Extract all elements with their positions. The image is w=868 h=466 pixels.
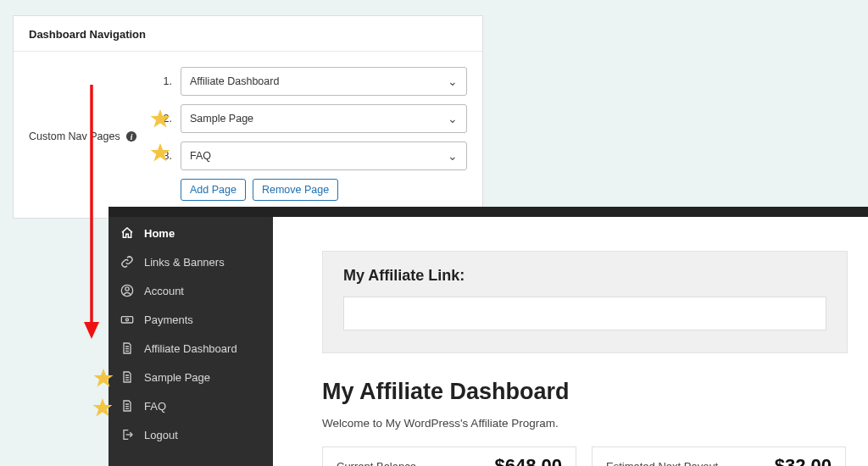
svg-point-5 <box>125 319 128 321</box>
stat-card-payout: Estimated Next Payout $32.00 <box>592 447 846 466</box>
stat-value: $32.00 <box>775 455 832 466</box>
nav-page-row: 2. Sample Page ⌄ <box>160 104 467 133</box>
settings-panel: Dashboard Navigation Custom Nav Pages i … <box>13 15 483 219</box>
logout-icon <box>120 428 134 441</box>
welcome-text: Welcome to My WordPress's Affiliate Prog… <box>322 417 868 430</box>
sidebar-item-label: Logout <box>144 429 178 441</box>
select-value: Affiliate Dashboard <box>190 75 279 87</box>
stats-row: Current Balance $648.00 Estimated Next P… <box>322 447 868 466</box>
sidebar-item-account[interactable]: Account <box>108 276 273 305</box>
button-row: Add Page Remove Page <box>181 179 467 201</box>
add-page-button[interactable]: Add Page <box>181 179 246 201</box>
dashboard-body: Home Links & Banners Account Payments <box>108 217 868 466</box>
field-label: Custom Nav Pages i <box>29 67 160 201</box>
row-number: 1. <box>160 75 172 87</box>
sidebar-item-affiliate-dashboard[interactable]: Affiliate Dashboard <box>108 334 273 363</box>
panel-body: Custom Nav Pages i 1. Affiliate Dashboar… <box>14 52 482 218</box>
svg-text:i: i <box>130 132 132 141</box>
sidebar-item-payments[interactable]: Payments <box>108 305 273 334</box>
sidebar-item-sample-page[interactable]: Sample Page <box>108 363 273 391</box>
link-icon <box>120 255 134 269</box>
dashboard-window: Home Links & Banners Account Payments <box>108 207 868 466</box>
sidebar-item-label: Links & Banners <box>144 256 225 269</box>
sidebar-item-label: FAQ <box>144 400 166 413</box>
sidebar-item-logout[interactable]: Logout <box>108 420 273 449</box>
nav-page-row: 3. FAQ ⌄ <box>160 141 467 170</box>
money-icon <box>120 313 134 326</box>
user-icon <box>120 284 134 297</box>
sidebar-item-faq[interactable]: FAQ <box>108 391 273 420</box>
sidebar-item-label: Payments <box>144 313 193 326</box>
stat-value: $648.00 <box>494 455 562 466</box>
nav-page-row: 1. Affiliate Dashboard ⌄ <box>160 67 467 96</box>
field-label-text: Custom Nav Pages <box>29 130 120 142</box>
chevron-down-icon: ⌄ <box>448 149 458 163</box>
sidebar-item-label: Sample Page <box>144 371 210 384</box>
panel-title: Dashboard Navigation <box>29 28 467 41</box>
document-icon <box>120 399 134 413</box>
page-select-1[interactable]: Affiliate Dashboard ⌄ <box>181 67 467 96</box>
stat-label: Estimated Next Payout <box>606 460 718 467</box>
page-select-2[interactable]: Sample Page ⌄ <box>181 104 467 133</box>
svg-marker-7 <box>84 322 99 339</box>
row-number: 3. <box>160 150 172 162</box>
field-rows: 1. Affiliate Dashboard ⌄ 2. Sample Page … <box>160 67 467 201</box>
row-number: 2. <box>160 113 172 125</box>
page-select-3[interactable]: FAQ ⌄ <box>181 141 467 170</box>
sidebar: Home Links & Banners Account Payments <box>108 217 273 466</box>
sidebar-item-label: Account <box>144 285 184 297</box>
home-icon <box>120 226 134 240</box>
svg-rect-4 <box>121 317 132 323</box>
affiliate-link-card: My Affiliate Link: <box>322 251 848 353</box>
document-icon <box>120 370 134 384</box>
dashboard-heading: My Affiliate Dashboard <box>322 379 868 405</box>
info-icon[interactable]: i <box>125 130 137 142</box>
sidebar-item-links[interactable]: Links & Banners <box>108 247 273 276</box>
main-content: My Affiliate Link: My Affiliate Dashboar… <box>273 217 868 466</box>
chevron-down-icon: ⌄ <box>448 112 458 125</box>
link-heading: My Affiliate Link: <box>343 267 826 285</box>
remove-page-button[interactable]: Remove Page <box>253 179 338 201</box>
document-icon <box>120 341 134 355</box>
chevron-down-icon: ⌄ <box>448 75 458 88</box>
sidebar-item-home[interactable]: Home <box>108 219 273 247</box>
stat-card-balance: Current Balance $648.00 <box>322 447 576 466</box>
sidebar-item-label: Affiliate Dashboard <box>144 342 237 355</box>
sidebar-item-label: Home <box>144 227 175 240</box>
panel-header: Dashboard Navigation <box>14 16 482 52</box>
stat-label: Current Balance <box>337 460 416 467</box>
select-value: Sample Page <box>190 113 253 125</box>
svg-point-3 <box>125 287 129 291</box>
affiliate-link-input[interactable] <box>343 297 826 330</box>
select-value: FAQ <box>190 150 211 162</box>
top-bar <box>108 207 868 217</box>
